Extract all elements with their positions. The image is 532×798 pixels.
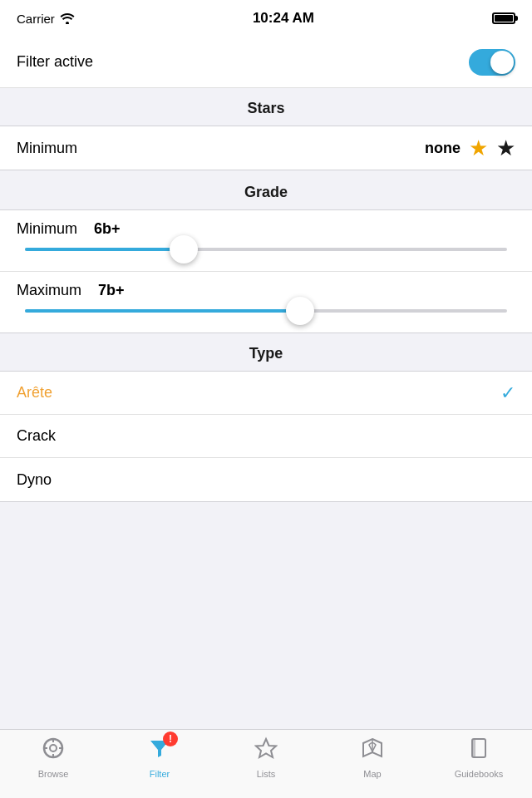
svg-marker-7	[256, 739, 276, 757]
tab-map-label: Map	[363, 769, 381, 779]
lists-icon	[254, 736, 278, 766]
arete-checkmark-icon: ✓	[500, 382, 515, 404]
stars-minimum-value: none	[425, 140, 461, 157]
type-item-arete-label: Arête	[17, 384, 52, 401]
stars-section-header: Stars	[0, 88, 532, 126]
stars-controls: none ★ ★	[425, 135, 515, 161]
tab-lists[interactable]: Lists	[213, 736, 319, 779]
grade-minimum-label: Minimum	[17, 220, 77, 238]
tab-lists-label: Lists	[257, 769, 276, 779]
star-outline-icon[interactable]: ★	[469, 135, 488, 161]
svg-point-1	[50, 745, 57, 751]
filter-active-row: Filter active	[0, 37, 532, 88]
grade-maximum-slider-thumb[interactable]	[286, 297, 314, 325]
tab-browse-label: Browse	[38, 769, 69, 779]
status-bar: Carrier 10:24 AM	[0, 0, 532, 37]
carrier-wifi: Carrier	[17, 12, 75, 26]
grade-minimum-slider-track[interactable]	[25, 248, 507, 251]
wifi-icon	[60, 12, 75, 24]
grade-minimum-slider-thumb[interactable]	[170, 235, 198, 264]
filter-active-label: Filter active	[17, 53, 93, 71]
tab-bar: Browse ! Filter Lists Map	[0, 729, 532, 798]
type-table-section: Arête ✓ Crack Dyno	[0, 371, 532, 502]
grade-minimum-value: 6b+	[94, 220, 121, 238]
svg-rect-10	[472, 739, 475, 757]
battery-indicator	[492, 12, 515, 24]
type-section-header: Type	[0, 333, 532, 371]
type-item-crack-label: Crack	[17, 427, 56, 445]
tab-map[interactable]: Map	[319, 736, 426, 779]
main-content: Filter active Stars Minimum none ★ ★ Gra…	[0, 37, 532, 729]
map-icon	[361, 736, 384, 766]
browse-icon	[42, 736, 65, 766]
type-item-crack[interactable]: Crack	[0, 415, 532, 458]
tab-guidebooks-label: Guidebooks	[455, 769, 504, 779]
filter-icon: !	[148, 736, 171, 766]
carrier-label: Carrier	[17, 12, 55, 26]
tab-filter-label: Filter	[150, 769, 170, 779]
grade-maximum-value: 7b+	[98, 282, 125, 299]
star-filled-icon[interactable]: ★	[496, 135, 515, 161]
grade-section-header: Grade	[0, 172, 532, 209]
grade-minimum-row: Minimum 6b+	[0, 210, 532, 272]
tab-filter[interactable]: ! Filter	[106, 736, 213, 779]
status-time: 10:24 AM	[253, 10, 314, 27]
grade-maximum-row: Maximum 7b+	[0, 272, 532, 332]
stars-table-section: Minimum none ★ ★	[0, 126, 532, 170]
filter-active-toggle[interactable]	[469, 49, 515, 76]
type-item-dyno[interactable]: Dyno	[0, 458, 532, 501]
grade-header-text: Grade	[244, 184, 288, 200]
grade-minimum-slider-fill	[25, 248, 184, 251]
guidebooks-icon	[467, 736, 490, 766]
type-item-dyno-label: Dyno	[17, 471, 52, 489]
grade-table-section: Minimum 6b+ Maximum 7b+	[0, 209, 532, 333]
tab-guidebooks[interactable]: Guidebooks	[426, 736, 532, 779]
filter-badge: !	[163, 732, 178, 746]
stars-minimum-label: Minimum	[17, 140, 77, 157]
tab-browse[interactable]: Browse	[0, 736, 106, 779]
grade-maximum-label: Maximum	[17, 282, 81, 299]
type-header-text: Type	[249, 345, 283, 362]
grade-maximum-slider-fill	[25, 309, 300, 313]
stars-minimum-row: Minimum none ★ ★	[0, 126, 532, 170]
type-item-arete[interactable]: Arête ✓	[0, 372, 532, 415]
stars-header-text: Stars	[247, 100, 284, 116]
grade-maximum-slider-track[interactable]	[25, 309, 507, 313]
